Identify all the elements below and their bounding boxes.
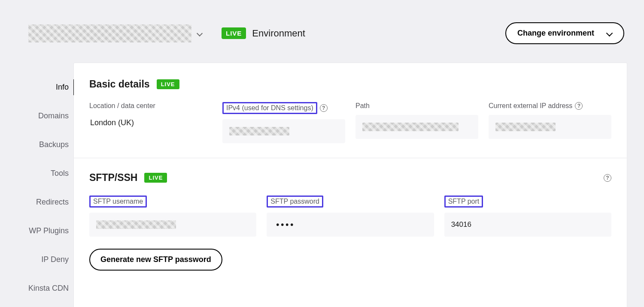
main-panel: Basic details LIVE Location / data cente…: [74, 63, 627, 307]
live-badge: LIVE: [157, 79, 179, 89]
change-environment-label: Change environment: [517, 29, 594, 38]
sidebar-item-domains[interactable]: Domains: [0, 109, 74, 123]
sidebar-item-info[interactable]: Info: [0, 80, 74, 94]
sftp-username-column: SFTP username: [89, 196, 256, 237]
sftp-row: SFTP username SFTP password •••• SFTP po…: [89, 196, 611, 237]
sftp-username-label: SFTP username: [89, 196, 147, 208]
section-divider: [74, 158, 627, 158]
change-environment-button[interactable]: Change environment: [505, 22, 624, 44]
ipv4-column: IPv4 (used for DNS settings) ?: [222, 102, 345, 143]
environment-label: Environment: [252, 28, 305, 39]
sftp-username-redacted: [96, 220, 176, 229]
path-label: Path: [355, 102, 370, 110]
sftp-password-label: SFTP password: [267, 196, 323, 208]
sidebar-item-kinsta-cdn[interactable]: Kinsta CDN: [0, 281, 74, 295]
sidebar-item-ip-deny[interactable]: IP Deny: [0, 253, 74, 267]
basic-details-title: Basic details: [89, 78, 150, 90]
environment-indicator: LIVE Environment: [222, 27, 305, 39]
sftp-title: SFTP/SSH: [89, 172, 137, 184]
help-icon[interactable]: ?: [320, 104, 328, 112]
sftp-port-number: 34016: [451, 220, 471, 229]
location-value: London (UK): [89, 115, 212, 127]
ipv4-value[interactable]: [222, 119, 345, 143]
sftp-port-label: SFTP port: [444, 196, 483, 208]
chevron-down-icon: [607, 30, 612, 35]
sftp-username-value[interactable]: [89, 213, 256, 237]
chevron-down-icon: [197, 30, 203, 36]
path-column: Path: [355, 102, 478, 143]
live-badge: LIVE: [144, 173, 167, 183]
external-ip-label: Current external IP address: [489, 102, 572, 110]
location-column: Location / data center London (UK): [89, 102, 212, 143]
sidebar-item-tools[interactable]: Tools: [0, 166, 74, 181]
sidebar: Info Domains Backups Tools Redirects WP …: [0, 63, 74, 307]
generate-sftp-password-button[interactable]: Generate new SFTP password: [89, 249, 222, 271]
help-icon[interactable]: ?: [575, 102, 583, 110]
basic-details-header: Basic details LIVE: [89, 78, 611, 90]
sidebar-item-backups[interactable]: Backups: [0, 138, 74, 152]
sftp-port-column: SFTP port 34016: [444, 196, 611, 237]
sftp-header: SFTP/SSH LIVE ?: [89, 172, 611, 184]
sidebar-item-wp-plugins[interactable]: WP Plugins: [0, 224, 74, 238]
ipv4-label: IPv4 (used for DNS settings): [222, 102, 317, 114]
external-ip-column: Current external IP address ?: [489, 102, 611, 143]
sftp-password-masked: ••••: [273, 220, 295, 230]
location-label: Location / data center: [89, 102, 155, 110]
external-ip-redacted: [495, 123, 556, 131]
help-icon[interactable]: ?: [604, 174, 611, 182]
sftp-port-value[interactable]: 34016: [444, 213, 611, 237]
live-badge: LIVE: [222, 27, 246, 39]
external-ip-value[interactable]: [489, 115, 611, 139]
sftp-password-column: SFTP password ••••: [267, 196, 434, 237]
sftp-password-value[interactable]: ••••: [267, 213, 434, 237]
site-selector[interactable]: [28, 24, 203, 42]
sidebar-item-redirects[interactable]: Redirects: [0, 195, 74, 209]
top-bar: LIVE Environment Change environment: [0, 0, 644, 63]
site-name-redacted: [28, 24, 191, 42]
path-value[interactable]: [355, 115, 478, 139]
path-redacted: [362, 123, 459, 131]
ipv4-redacted: [229, 127, 289, 135]
basic-details-row: Location / data center London (UK) IPv4 …: [89, 102, 611, 143]
